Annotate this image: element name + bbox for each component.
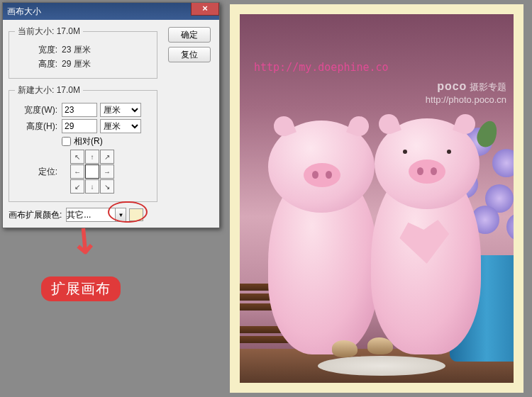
- extension-color-swatch[interactable]: [129, 208, 143, 221]
- anchor-sw[interactable]: ↙: [70, 179, 84, 194]
- anchor-se[interactable]: ↘: [100, 179, 114, 194]
- anchor-w[interactable]: ←: [70, 164, 84, 179]
- anchor-grid[interactable]: ↖↑↗ ←→ ↙↓↘: [70, 150, 114, 194]
- current-width-value: 23 厘米: [62, 44, 91, 56]
- canvas-size-dialog: 画布大小 × 确定 复位 当前大小: 17.0M 宽度: 23 厘米 高度: 2…: [2, 2, 220, 228]
- extension-color-label: 画布扩展颜色:: [9, 209, 62, 221]
- anchor-nw[interactable]: ↖: [70, 150, 84, 164]
- dialog-title: 画布大小: [7, 6, 41, 18]
- dialog-body: 确定 复位 当前大小: 17.0M 宽度: 23 厘米 高度: 29 厘米 新建…: [3, 20, 219, 228]
- ok-button[interactable]: 确定: [168, 27, 211, 43]
- watermark-brand-name: poco: [437, 80, 467, 92]
- extension-color-select[interactable]: [66, 208, 116, 222]
- current-size-group: 当前大小: 17.0M 宽度: 23 厘米 高度: 29 厘米: [9, 26, 157, 79]
- bird-figurines: [332, 333, 417, 362]
- chevron-down-icon: ▼: [118, 212, 123, 218]
- watermark-brand-url: http://photo.poco.cn: [426, 94, 506, 105]
- pig-head-left: [268, 121, 375, 213]
- new-height-label: 高度(H):: [15, 121, 57, 133]
- extension-color-dropdown[interactable]: ▼: [115, 208, 126, 222]
- close-button[interactable]: ×: [191, 3, 219, 16]
- canvas-preview-frame: http://my.doephine.co poco 摄影专题 http://p…: [230, 4, 523, 393]
- current-size-legend: 当前大小: 17.0M: [15, 26, 83, 38]
- current-width-label: 宽度:: [15, 44, 57, 56]
- canvas-preview-image: http://my.doephine.co poco 摄影专题 http://p…: [240, 14, 514, 383]
- new-height-input[interactable]: [62, 119, 97, 133]
- titlebar[interactable]: 画布大小 ×: [3, 3, 219, 20]
- new-size-group: 新建大小: 17.0M 宽度(W): 厘米 高度(H): 厘米 相对(R) 定位…: [9, 84, 157, 202]
- new-width-unit-select[interactable]: 厘米: [100, 103, 141, 117]
- watermark-brand-sub: 摄影专题: [470, 82, 506, 92]
- anchor-n[interactable]: ↑: [85, 150, 99, 164]
- new-height-unit-select[interactable]: 厘米: [100, 119, 141, 133]
- anchor-label: 定位:: [15, 166, 57, 178]
- close-icon: ×: [202, 3, 208, 13]
- current-height-value: 29 厘米: [62, 58, 91, 70]
- relative-checkbox[interactable]: [62, 137, 71, 146]
- watermark-url: http://my.doephine.co: [254, 61, 389, 74]
- current-height-label: 高度:: [15, 58, 57, 70]
- new-width-input[interactable]: [62, 103, 97, 117]
- reset-button[interactable]: 复位: [168, 47, 211, 62]
- dialog-buttons: 确定 复位: [168, 27, 211, 67]
- extension-color-row: 画布扩展颜色: ▼: [9, 208, 214, 222]
- anchor-e[interactable]: →: [100, 164, 114, 179]
- anchor-ne[interactable]: ↗: [100, 150, 114, 164]
- watermark-brand: poco 摄影专题 http://photo.poco.cn: [426, 79, 506, 106]
- anchor-s[interactable]: ↓: [85, 179, 99, 194]
- pig-head-right: [375, 118, 480, 209]
- anchor-center[interactable]: [85, 164, 99, 179]
- relative-label: 相对(R): [74, 135, 103, 147]
- new-width-label: 宽度(W):: [15, 104, 57, 116]
- new-size-legend: 新建大小: 17.0M: [15, 84, 83, 96]
- annotation-tag: 扩展画布: [41, 276, 121, 301]
